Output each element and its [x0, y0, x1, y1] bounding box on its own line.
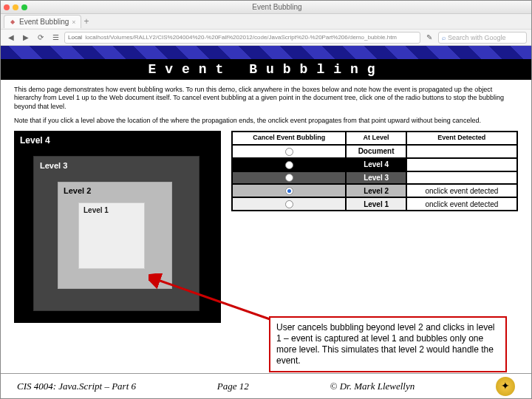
- forward-button[interactable]: ▶: [20, 32, 32, 44]
- browser-chrome: Event Bubbling ◆ Event Bubbling × + ◀ ▶ …: [1, 1, 531, 46]
- level-4-label: Level 4: [20, 135, 50, 146]
- search-field[interactable]: ⌕ Search with Google: [438, 32, 527, 44]
- callout-text: User cancels bubbling beyond level 2 and…: [276, 322, 495, 366]
- tab-close-icon[interactable]: ×: [72, 18, 75, 26]
- window-title: Event Bubbling: [33, 3, 521, 11]
- head-cancel: Cancel Event Bubbling: [232, 132, 346, 145]
- row-level: Document: [346, 145, 406, 158]
- row-event: onclick event detected: [406, 197, 517, 211]
- intro-paragraph-2: Note that if you click a level above the…: [14, 117, 518, 125]
- footer-left: CIS 4004: Java.Script – Part 6: [17, 381, 136, 392]
- tab-bar: ◆ Event Bubbling × +: [1, 14, 531, 29]
- window-controls: [4, 4, 27, 10]
- titlebar: Event Bubbling: [1, 1, 531, 14]
- row-event: [406, 145, 517, 158]
- address-text: localhost/Volumes/RALLY2/CIS%204004%20-%…: [85, 34, 397, 41]
- search-icon: ⌕: [442, 34, 446, 41]
- radio-level-2[interactable]: [285, 187, 293, 195]
- address-bar[interactable]: Local localhost/Volumes/RALLY2/CIS%20400…: [64, 32, 420, 44]
- level-2-label: Level 2: [64, 186, 91, 195]
- page-title: Event Bubbling: [148, 62, 383, 77]
- radio-level-4[interactable]: [285, 161, 293, 169]
- search-placeholder: Search with Google: [448, 34, 506, 41]
- minimize-icon[interactable]: [13, 4, 18, 10]
- radio-document[interactable]: [285, 148, 293, 156]
- row-event: [406, 158, 517, 171]
- table-row: Level 1 onclick event detected: [232, 197, 517, 211]
- table-row: Level 4: [232, 158, 517, 171]
- radio-level-3[interactable]: [285, 174, 293, 182]
- zoom-icon[interactable]: [21, 4, 27, 10]
- footer-right: © Dr. Mark Llewellyn: [330, 381, 415, 392]
- table-row: Document: [232, 145, 517, 158]
- row-level: Level 3: [346, 171, 406, 185]
- ucf-logo-icon: ✦: [496, 377, 515, 396]
- event-table-area: Cancel Event Bubbling At Level Event Det…: [231, 131, 518, 323]
- intro-text: This demo page demonstrates how event bu…: [14, 86, 518, 125]
- tab-label: Event Bubbling: [19, 18, 69, 26]
- reload-button[interactable]: ⟳: [35, 32, 47, 44]
- back-button[interactable]: ◀: [5, 32, 17, 44]
- table-head-row: Cancel Event Bubbling At Level Event Det…: [232, 132, 517, 145]
- page-content: This demo page demonstrates how event bu…: [1, 80, 531, 373]
- close-icon[interactable]: [4, 4, 10, 10]
- radio-level-1[interactable]: [285, 200, 293, 208]
- location-badge: Local: [68, 34, 82, 41]
- level-2-box[interactable]: Level 2 Level 1: [58, 182, 172, 289]
- new-tab-button[interactable]: +: [84, 16, 89, 27]
- head-level: At Level: [346, 132, 406, 145]
- table-row: Level 3: [232, 171, 517, 185]
- level-3-label: Level 3: [40, 161, 67, 170]
- page-title-banner: Event Bubbling: [1, 59, 531, 80]
- head-detected: Event Detected: [406, 132, 517, 145]
- row-level: Level 1: [346, 197, 406, 211]
- tab-event-bubbling[interactable]: ◆ Event Bubbling ×: [4, 15, 81, 28]
- table-row: Level 2 onclick event detected: [232, 184, 517, 197]
- row-level: Level 4: [346, 158, 406, 171]
- level-3-box[interactable]: Level 3 Level 2 Level 1: [33, 156, 200, 311]
- row-event: onclick event detected: [406, 184, 517, 197]
- level-1-box[interactable]: Level 1: [78, 202, 145, 269]
- favicon-icon: ◆: [9, 18, 16, 26]
- bookmarks-button[interactable]: ☰: [50, 32, 61, 44]
- annotation-callout: User cancels bubbling beyond level 2 and…: [269, 316, 507, 372]
- level-1-label: Level 1: [83, 206, 109, 214]
- main-row: Level 4 Level 3 Level 2 Level 1 Cancel E…: [14, 131, 518, 323]
- footer-center: Page 12: [217, 381, 249, 392]
- bonus-strip: [1, 46, 531, 59]
- slide: Event Bubbling ◆ Event Bubbling × + ◀ ▶ …: [0, 0, 532, 399]
- reader-button[interactable]: ✎: [423, 32, 435, 44]
- row-event: [406, 171, 517, 185]
- fullscreen-icon[interactable]: [521, 4, 528, 11]
- toolbar: ◀ ▶ ⟳ ☰ Local localhost/Volumes/RALLY2/C…: [1, 29, 531, 45]
- event-table: Cancel Event Bubbling At Level Event Det…: [231, 131, 518, 211]
- level-4-box[interactable]: Level 4 Level 3 Level 2 Level 1: [14, 131, 221, 323]
- intro-paragraph-1: This demo page demonstrates how event bu…: [14, 86, 518, 111]
- row-level: Level 2: [346, 184, 406, 197]
- slide-footer: CIS 4004: Java.Script – Part 6 Page 12 ©…: [1, 373, 531, 398]
